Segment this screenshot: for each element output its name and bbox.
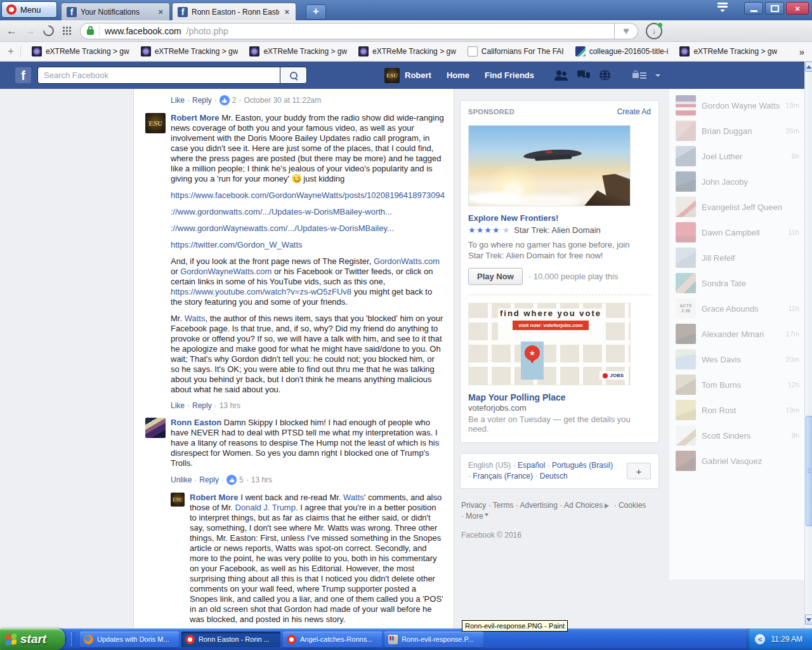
language-link[interactable]: Deutsch [535,472,567,481]
downloads-icon[interactable]: ↓ [646,23,662,39]
vertical-scrollbar[interactable] [804,62,812,628]
find-friends-link[interactable]: Find Friends [485,70,534,80]
inline-link[interactable]: https://www.youtube.com/watch?v=zs-wO5zF… [171,287,351,296]
taskbar-task-button[interactable]: Angel-catches-Ronns... [283,632,382,647]
bookmarks-overflow-icon[interactable]: » [799,46,804,57]
search-button[interactable] [280,67,307,84]
comment-timestamp[interactable]: 13 hrs [219,401,240,410]
reply-link[interactable]: Reply [192,96,212,105]
inline-link[interactable]: GordonWatts.com [374,256,440,266]
ad-title-link[interactable]: Map Your Polling Place [468,392,651,402]
contact-row[interactable]: Jill Refelf [669,245,804,270]
like-link[interactable]: Like [171,401,185,410]
unlike-link[interactable]: Unlike [171,475,192,484]
opera-menu-button[interactable]: Menu [1,1,57,18]
restore-button[interactable] [765,2,784,15]
taskbar-task-button[interactable]: Ronn Easton - Ronn ... [181,632,280,647]
contact-row[interactable]: Gordon Wayne Watts 19m [669,93,804,118]
reply-link[interactable]: Reply [199,475,219,484]
reload-icon[interactable] [41,23,56,38]
bookmark-item[interactable]: Californians For The FAI [462,46,570,56]
comment-link[interactable]: https://twitter.com/Gordon_W_Watts [171,240,303,249]
contact-row[interactable]: John Jacoby [669,169,804,194]
minimize-button[interactable] [744,2,763,15]
comment-timestamp[interactable]: 13 hrs [251,475,272,484]
inline-link[interactable]: Donald J. Trump [235,503,296,512]
speed-dial-icon[interactable] [63,27,65,29]
address-bar[interactable]: www.facebook.com/photo.php ♥ [80,23,638,39]
add-bookmark-icon[interactable]: + [8,45,14,58]
facebook-logo[interactable]: f [15,67,31,83]
bookmark-item[interactable]: colleague-201605-title-i [570,46,674,56]
ad-title-link[interactable]: Explore New Frontiers! [468,213,651,223]
friend-requests-icon[interactable] [553,70,568,81]
tab-close-icon[interactable]: × [283,7,291,17]
contact-row[interactable]: Dawn Campbell 11h [669,220,804,245]
comment-timestamp[interactable]: October 30 at 11:22am [244,96,321,105]
like-count[interactable]: 2 [232,96,237,105]
commenter-avatar[interactable] [145,418,166,438]
bookmark-item[interactable]: eXTReMe Tracking > gw [26,46,135,56]
contact-row[interactable]: Wes Davis 20m [669,347,804,372]
polling-map-ad-image[interactable]: find where you vote visit now: voteforjo… [468,303,631,385]
contact-row[interactable]: ACTS 2:38 Grace Abounds 11h [669,296,804,321]
taskbar-task-button[interactable]: Ronn-evil-response.P... [384,632,483,647]
like-count-badge-icon[interactable] [226,475,237,485]
close-button[interactable]: × [786,2,809,15]
language-link[interactable]: Português (Brasil) [547,461,613,470]
language-link[interactable]: Español [513,461,546,470]
inline-link[interactable]: Watts [185,314,206,323]
like-count-badge-icon[interactable] [219,95,230,105]
back-icon[interactable]: ← [6,25,17,37]
contact-row[interactable]: Brian Duggan 26m [669,118,804,143]
footer-link[interactable]: More [461,512,488,521]
contact-row[interactable]: Alexander Mmari 17m [669,321,804,347]
like-count[interactable]: 5 [239,475,244,484]
browser-tab[interactable]: f Ronn Easton - Ronn Easton u × [172,3,296,20]
scroll-down-button[interactable] [805,614,812,625]
scrollbar-thumb[interactable] [806,416,812,526]
bookmark-item[interactable]: eXTReMe Tracking > gw [353,46,462,56]
bookmark-item[interactable]: eXTReMe Tracking > gw [135,46,244,56]
inline-link[interactable]: Watts [343,493,364,502]
comment-link[interactable]: ://www.gordonwatts.com/.../Updates-w-Dor… [171,207,392,216]
tray-collapse-icon[interactable]: < [755,634,765,644]
start-button[interactable]: start [0,628,65,650]
comment-author[interactable]: Robert More [190,493,239,502]
messages-icon[interactable] [576,70,591,81]
browser-tab[interactable]: f Your Notifications × [61,3,170,20]
footer-link[interactable]: Ad Choices [560,501,612,510]
tab-list-icon[interactable] [712,2,733,15]
contact-row[interactable]: Sondra Tate [669,270,804,296]
search-input[interactable] [37,67,280,84]
footer-link[interactable]: Terms [488,501,514,510]
home-link[interactable]: Home [447,70,469,80]
starship-ad-image[interactable] [468,125,631,206]
like-link[interactable]: Like [171,96,185,105]
commenter-avatar[interactable]: ESU [171,493,185,507]
language-link[interactable]: Français (France) [468,472,533,481]
contact-row[interactable]: Tom Burns 12h [669,372,804,397]
footer-link[interactable]: Cookies [614,501,646,510]
contact-row[interactable]: Evangelist Jeff Queen [669,194,804,220]
privacy-shortcuts-icon[interactable] [632,73,639,78]
comment-link[interactable]: ://www.gordonWaynewatts.com/.../Updates-… [171,223,394,233]
account-menu-caret-icon[interactable] [655,74,660,79]
play-now-button[interactable]: Play Now [468,268,523,285]
inline-link[interactable]: GordonWayneWatts.com [180,267,272,276]
quick-launch-handle[interactable] [71,632,74,646]
bookmark-item[interactable]: eXTReMe Tracking > gw [674,46,783,56]
commenter-avatar[interactable]: ESU [145,113,166,133]
profile-avatar[interactable]: ESU [384,68,400,83]
create-ad-link[interactable]: Create Ad [617,107,651,116]
footer-link[interactable]: Privacy [461,501,486,510]
comment-link[interactable]: https://www.facebook.com/GordonWayneWatt… [171,190,445,200]
contact-row[interactable]: Scott Sinders 8h [669,423,804,448]
tab-close-icon[interactable]: × [157,7,164,17]
comment-author[interactable]: Ronn Easton [171,418,221,427]
language-link[interactable]: English (US) [468,461,511,470]
forward-icon[interactable]: → [25,25,36,37]
taskbar-task-button[interactable]: Updates with Doris M... [80,632,179,647]
footer-link[interactable]: Advertising [516,501,558,510]
contact-row[interactable]: Gabriel Vasquez [669,448,804,474]
